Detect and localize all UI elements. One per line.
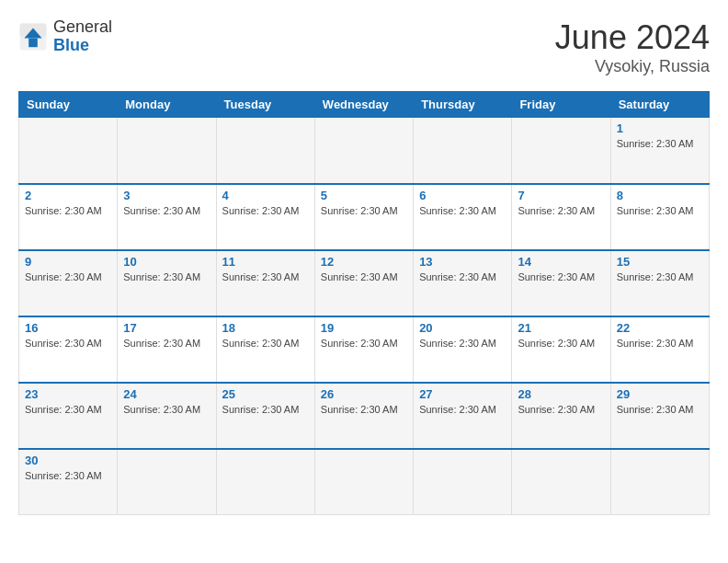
calendar-cell <box>414 449 512 515</box>
day-number: 19 <box>321 321 407 335</box>
calendar-cell: 20Sunrise: 2:30 AM <box>414 316 512 383</box>
sunrise-info: Sunrise: 2:30 AM <box>25 470 102 481</box>
logo-text: General Blue <box>53 18 112 55</box>
page-header: General Blue June 2024 Vysokiy, Russia <box>18 18 710 76</box>
sunrise-info: Sunrise: 2:30 AM <box>518 338 595 349</box>
sunrise-info: Sunrise: 2:30 AM <box>25 338 102 349</box>
sunrise-info: Sunrise: 2:30 AM <box>222 205 300 216</box>
day-number: 11 <box>222 255 309 269</box>
calendar-cell: 13Sunrise: 2:30 AM <box>414 250 512 316</box>
calendar-cell: 10Sunrise: 2:30 AM <box>118 250 216 316</box>
calendar-cell: 4Sunrise: 2:30 AM <box>216 184 314 250</box>
day-number: 28 <box>518 387 604 401</box>
title-block: June 2024 Vysokiy, Russia <box>555 18 710 76</box>
day-number: 10 <box>123 255 210 269</box>
sunrise-info: Sunrise: 2:30 AM <box>321 338 398 349</box>
sunrise-info: Sunrise: 2:30 AM <box>617 271 694 282</box>
calendar-cell: 22Sunrise: 2:30 AM <box>610 316 709 383</box>
day-number: 18 <box>222 321 309 335</box>
calendar-cell <box>118 449 216 515</box>
day-number: 3 <box>123 189 210 202</box>
calendar-cell: 9Sunrise: 2:30 AM <box>19 250 118 316</box>
calendar-cell: 2Sunrise: 2:30 AM <box>19 184 118 250</box>
sunrise-info: Sunrise: 2:30 AM <box>518 205 595 216</box>
calendar-cell: 18Sunrise: 2:30 AM <box>216 316 314 383</box>
day-number: 23 <box>25 387 111 401</box>
calendar-cell: 14Sunrise: 2:30 AM <box>512 250 610 316</box>
calendar-cell: 8Sunrise: 2:30 AM <box>610 184 709 250</box>
calendar-cell: 23Sunrise: 2:30 AM <box>19 383 118 449</box>
calendar-cell <box>314 118 413 184</box>
day-number: 6 <box>419 189 506 202</box>
calendar-cell <box>216 118 314 184</box>
calendar-cell: 19Sunrise: 2:30 AM <box>314 316 413 383</box>
weekday-header-wednesday: Wednesday <box>314 92 413 118</box>
sunrise-info: Sunrise: 2:30 AM <box>518 271 595 282</box>
day-number: 15 <box>617 255 703 269</box>
weekday-header-tuesday: Tuesday <box>216 92 314 118</box>
week-row-1: 1Sunrise: 2:30 AM <box>19 118 710 184</box>
calendar-cell: 6Sunrise: 2:30 AM <box>414 184 512 250</box>
calendar-table: SundayMondayTuesdayWednesdayThursdayFrid… <box>18 91 710 515</box>
sunrise-info: Sunrise: 2:30 AM <box>321 205 398 216</box>
calendar-cell <box>118 118 216 184</box>
location-title: Vysokiy, Russia <box>555 57 710 76</box>
calendar-cell: 11Sunrise: 2:30 AM <box>216 250 314 316</box>
month-year-title: June 2024 <box>555 18 710 57</box>
day-number: 26 <box>321 387 407 401</box>
calendar-cell: 29Sunrise: 2:30 AM <box>610 383 709 449</box>
weekday-header-monday: Monday <box>118 92 216 118</box>
day-number: 14 <box>518 255 604 269</box>
calendar-cell: 1Sunrise: 2:30 AM <box>610 118 709 184</box>
calendar-cell: 5Sunrise: 2:30 AM <box>314 184 413 250</box>
logo-icon <box>18 22 48 52</box>
logo: General Blue <box>18 18 112 55</box>
weekday-header-sunday: Sunday <box>19 92 118 118</box>
day-number: 27 <box>419 387 506 401</box>
day-number: 1 <box>617 121 703 135</box>
calendar-cell <box>512 449 610 515</box>
calendar-cell: 12Sunrise: 2:30 AM <box>314 250 413 316</box>
calendar-cell <box>19 118 118 184</box>
week-row-2: 2Sunrise: 2:30 AM3Sunrise: 2:30 AM4Sunri… <box>19 184 710 250</box>
day-number: 8 <box>617 189 703 202</box>
day-number: 16 <box>25 321 111 335</box>
sunrise-info: Sunrise: 2:30 AM <box>123 404 200 415</box>
day-number: 22 <box>617 321 703 335</box>
svg-rect-3 <box>28 38 38 47</box>
day-number: 2 <box>25 189 111 202</box>
calendar-cell: 24Sunrise: 2:30 AM <box>118 383 216 449</box>
day-number: 21 <box>518 321 604 335</box>
day-number: 9 <box>25 255 111 269</box>
sunrise-info: Sunrise: 2:30 AM <box>419 205 496 216</box>
calendar-cell: 15Sunrise: 2:30 AM <box>610 250 709 316</box>
sunrise-info: Sunrise: 2:30 AM <box>321 404 398 415</box>
sunrise-info: Sunrise: 2:30 AM <box>25 205 102 216</box>
sunrise-info: Sunrise: 2:30 AM <box>617 138 694 149</box>
calendar-cell: 7Sunrise: 2:30 AM <box>512 184 610 250</box>
weekday-header-thursday: Thursday <box>414 92 512 118</box>
sunrise-info: Sunrise: 2:30 AM <box>123 205 200 216</box>
day-number: 24 <box>123 387 210 401</box>
sunrise-info: Sunrise: 2:30 AM <box>25 271 102 282</box>
day-number: 17 <box>123 321 210 335</box>
sunrise-info: Sunrise: 2:30 AM <box>222 404 300 415</box>
weekday-header-friday: Friday <box>512 92 610 118</box>
week-row-5: 23Sunrise: 2:30 AM24Sunrise: 2:30 AM25Su… <box>19 383 710 449</box>
sunrise-info: Sunrise: 2:30 AM <box>617 404 694 415</box>
calendar-cell: 30Sunrise: 2:30 AM <box>19 449 118 515</box>
sunrise-info: Sunrise: 2:30 AM <box>123 338 200 349</box>
calendar-cell: 25Sunrise: 2:30 AM <box>216 383 314 449</box>
week-row-4: 16Sunrise: 2:30 AM17Sunrise: 2:30 AM18Su… <box>19 316 710 383</box>
calendar-cell <box>610 449 709 515</box>
sunrise-info: Sunrise: 2:30 AM <box>419 271 496 282</box>
sunrise-info: Sunrise: 2:30 AM <box>222 271 300 282</box>
sunrise-info: Sunrise: 2:30 AM <box>518 404 595 415</box>
calendar-cell: 27Sunrise: 2:30 AM <box>414 383 512 449</box>
calendar-cell <box>216 449 314 515</box>
sunrise-info: Sunrise: 2:30 AM <box>617 205 694 216</box>
sunrise-info: Sunrise: 2:30 AM <box>25 404 102 415</box>
calendar-cell: 17Sunrise: 2:30 AM <box>118 316 216 383</box>
weekday-header-saturday: Saturday <box>610 92 709 118</box>
sunrise-info: Sunrise: 2:30 AM <box>419 404 496 415</box>
